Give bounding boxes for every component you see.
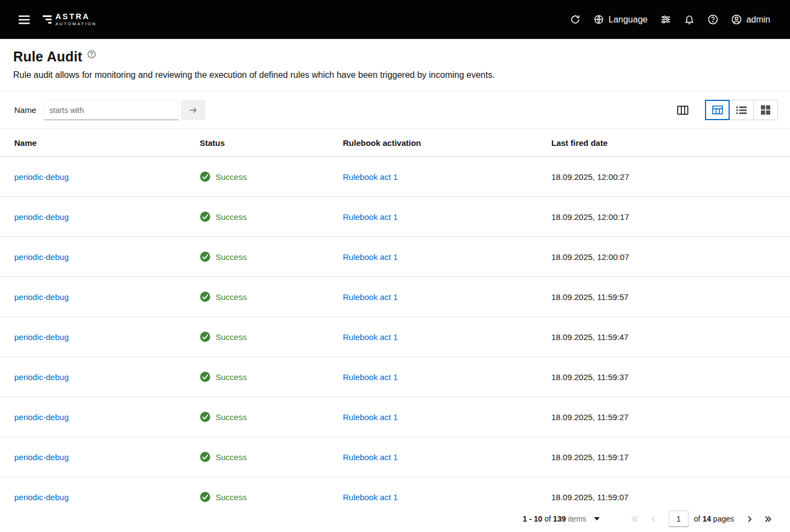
- last-fired-date: 18.09.2025, 11:59:07: [551, 493, 629, 502]
- previous-page-button: [644, 512, 662, 527]
- rule-name-link[interactable]: periodic-debug: [14, 452, 69, 462]
- table-row: periodic-debug Success Rulebook act 1 18…: [0, 237, 790, 277]
- rulebook-activation-link[interactable]: Rulebook act 1: [343, 332, 398, 342]
- rulebook-activation-link[interactable]: Rulebook act 1: [343, 252, 398, 262]
- column-header-rulebook-activation[interactable]: Rulebook activation: [329, 129, 537, 156]
- filter-input[interactable]: [44, 100, 179, 120]
- status-cell: Success: [185, 277, 329, 316]
- column-header-status[interactable]: Status: [185, 129, 329, 156]
- rulebook-activation-link[interactable]: Rulebook act 1: [343, 412, 398, 422]
- rulebook-activation-link[interactable]: Rulebook act 1: [343, 172, 398, 182]
- card-view-toggle[interactable]: [753, 100, 778, 120]
- view-toggle-group: [705, 100, 778, 120]
- last-fired-date: 18.09.2025, 11:59:17: [551, 452, 629, 462]
- language-menu-button[interactable]: Language: [587, 10, 654, 29]
- table-row: periodic-debug Success Rulebook act 1 18…: [0, 157, 790, 197]
- last-page-button[interactable]: [759, 512, 777, 527]
- rulebook-activation-cell: Rulebook act 1: [329, 197, 537, 236]
- user-menu-button[interactable]: admin: [725, 10, 777, 29]
- manage-columns-button[interactable]: [672, 102, 694, 118]
- rulebook-activation-link[interactable]: Rulebook act 1: [343, 452, 398, 462]
- status-cell: Success: [185, 397, 329, 437]
- global-nav-toggle-button[interactable]: [13, 11, 35, 29]
- rule-name-link[interactable]: periodic-debug: [14, 372, 69, 382]
- last-fired-date-cell: 18.09.2025, 11:59:47: [537, 317, 790, 356]
- table-view-icon: [712, 105, 723, 115]
- status-label: Success: [216, 212, 247, 222]
- list-view-icon: [736, 106, 747, 115]
- status-label: Success: [216, 252, 247, 262]
- success-icon: [200, 491, 211, 502]
- next-page-button[interactable]: [741, 512, 759, 527]
- name-cell: periodic-debug: [0, 317, 185, 356]
- table-view-toggle[interactable]: [705, 100, 730, 120]
- list-view-toggle[interactable]: [729, 100, 754, 120]
- success-icon: [200, 251, 211, 262]
- rulebook-activation-cell: Rulebook act 1: [329, 397, 537, 437]
- brand-mark-icon: [43, 15, 52, 24]
- caret-down-icon: [594, 517, 600, 520]
- success-icon: [200, 371, 211, 382]
- rule-name-link[interactable]: periodic-debug: [14, 493, 69, 502]
- status-cell: Success: [185, 437, 329, 477]
- rule-name-link[interactable]: periodic-debug: [14, 332, 69, 342]
- masthead: ASTRA AUTOMATION Language admin: [0, 0, 790, 39]
- brand-logo[interactable]: ASTRA AUTOMATION: [43, 13, 97, 27]
- rulebook-activation-link[interactable]: Rulebook act 1: [343, 372, 398, 382]
- rulebook-activation-cell: Rulebook act 1: [329, 277, 537, 316]
- table-row: periodic-debug Success Rulebook act 1 18…: [0, 437, 790, 477]
- name-cell: periodic-debug: [0, 357, 185, 397]
- rule-audit-table: Name Status Rulebook activation Last fir…: [0, 128, 790, 517]
- status-label: Success: [216, 372, 247, 382]
- page-count-label: of 14 pages: [694, 514, 734, 523]
- name-cell: periodic-debug: [0, 437, 185, 477]
- last-fired-date: 18.09.2025, 11:59:47: [551, 332, 629, 342]
- column-header-name[interactable]: Name: [0, 129, 185, 156]
- status-label: Success: [216, 172, 247, 182]
- last-fired-date: 18.09.2025, 11:59:27: [551, 412, 629, 422]
- table-row: periodic-debug Success Rulebook act 1 18…: [0, 317, 790, 357]
- notifications-button[interactable]: [678, 10, 701, 29]
- arrow-right-icon: [189, 106, 198, 115]
- rule-name-link[interactable]: periodic-debug: [14, 292, 69, 302]
- filter-submit-button[interactable]: [181, 100, 205, 120]
- refresh-icon: [570, 14, 580, 25]
- page-description: Rule audit allows for monitoring and rev…: [13, 70, 777, 80]
- status-cell: Success: [185, 357, 329, 397]
- rulebook-activation-cell: Rulebook act 1: [329, 437, 537, 477]
- rulebook-activation-link[interactable]: Rulebook act 1: [343, 493, 398, 502]
- last-fired-date: 18.09.2025, 12:00:17: [551, 212, 629, 222]
- table-row: periodic-debug Success Rulebook act 1 18…: [0, 197, 790, 237]
- name-cell: periodic-debug: [0, 157, 185, 196]
- user-icon: [731, 14, 742, 25]
- rulebook-activation-link[interactable]: Rulebook act 1: [343, 212, 398, 222]
- rulebook-activation-cell: Rulebook act 1: [329, 157, 537, 196]
- last-fired-date-cell: 18.09.2025, 11:59:37: [537, 357, 790, 397]
- rule-name-link[interactable]: periodic-debug: [14, 172, 69, 182]
- brand-subname: AUTOMATION: [55, 22, 97, 26]
- current-page-input[interactable]: [669, 511, 689, 527]
- rule-name-link[interactable]: periodic-debug: [14, 212, 69, 222]
- pagination-bar: 1 - 10 of 139 items of 14 pages: [0, 506, 790, 532]
- last-fired-date-cell: 18.09.2025, 12:00:27: [537, 157, 790, 196]
- page-header: Rule Audit Rule audit allows for monitor…: [0, 39, 790, 92]
- rule-name-link[interactable]: periodic-debug: [14, 252, 69, 262]
- column-header-last-fired-date[interactable]: Last fired date: [537, 129, 790, 156]
- pagination-nav: of 14 pages: [626, 511, 777, 527]
- rule-name-link[interactable]: periodic-debug: [14, 412, 69, 422]
- table-row: periodic-debug Success Rulebook act 1 18…: [0, 357, 790, 397]
- masthead-actions: Language admin: [563, 10, 777, 29]
- last-fired-date-cell: 18.09.2025, 12:00:17: [537, 197, 790, 236]
- help-button[interactable]: [701, 10, 725, 29]
- table-header-row: Name Status Rulebook activation Last fir…: [0, 128, 790, 157]
- help-icon: [708, 14, 718, 25]
- refresh-button[interactable]: [563, 10, 587, 29]
- page-help-popover-button[interactable]: [87, 50, 96, 59]
- items-per-page-toggle[interactable]: 1 - 10 of 139 items: [523, 514, 600, 523]
- last-fired-date: 18.09.2025, 11:59:37: [551, 372, 629, 382]
- settings-button[interactable]: [654, 10, 678, 29]
- table-row: periodic-debug Success Rulebook act 1 18…: [0, 277, 790, 317]
- brand-name: ASTRA: [55, 13, 97, 21]
- rulebook-activation-link[interactable]: Rulebook act 1: [343, 292, 398, 302]
- toolbar-right: [672, 100, 778, 120]
